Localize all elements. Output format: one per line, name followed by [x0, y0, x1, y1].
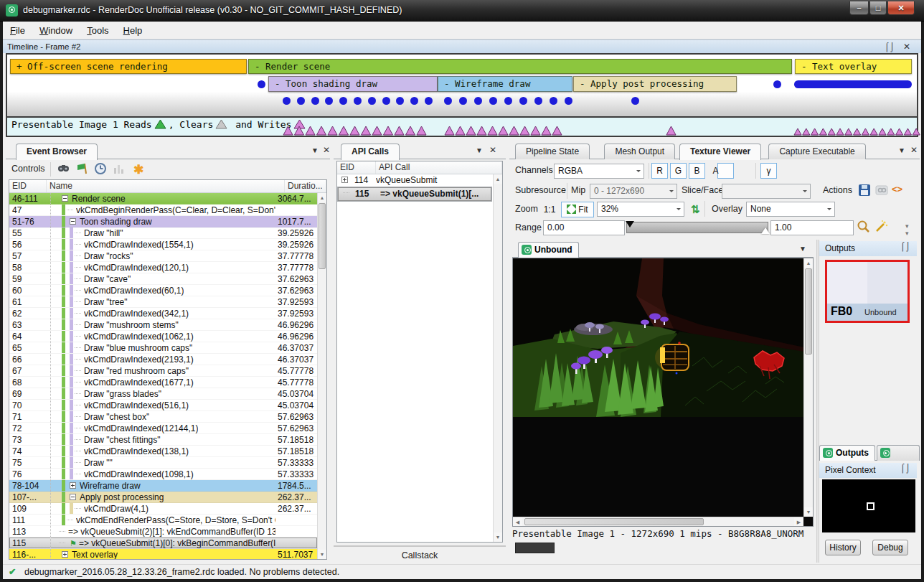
event-row[interactable]: 51-76Toon shading draw1017.7...	[9, 216, 317, 227]
draw-event-dot[interactable]	[773, 80, 781, 88]
draw-event-dot[interactable]	[396, 97, 404, 105]
event-row[interactable]: 116-...Text overlay511.7037	[9, 549, 317, 559]
tab-unbound-texture[interactable]: Unbound	[518, 242, 579, 258]
event-row[interactable]: 109vkCmdDraw(4,1)262.37...	[9, 503, 317, 515]
tab-inputs[interactable]: Inputs	[877, 445, 920, 461]
chevron-down-icon[interactable]: ▼	[310, 146, 320, 154]
collapse-icon[interactable]	[62, 195, 68, 202]
draw-event-dot[interactable]	[504, 97, 512, 105]
draw-event-dot[interactable]	[519, 97, 527, 105]
menu-window[interactable]: Window	[32, 22, 80, 39]
timeline-marker-bar[interactable]: - Toon shading draw	[268, 76, 438, 92]
event-row[interactable]: 70vkCmdDrawIndexed(516,1)45.03704	[9, 400, 317, 411]
pin-icon[interactable]: ⌠⌡	[900, 241, 911, 252]
event-row[interactable]: 74vkCmdDrawIndexed(138,1)57.18518	[9, 446, 317, 457]
draw-event-dot[interactable]	[354, 97, 362, 105]
scrollbar-thumb[interactable]	[524, 518, 704, 525]
event-row[interactable]: 73Draw "chest fittings"57.18518	[9, 434, 317, 446]
event-row[interactable]: 65Draw "blue mushroom caps"46.37037	[9, 342, 317, 354]
draw-event-dot[interactable]	[410, 97, 418, 105]
scroll-up-icon[interactable]: ▲	[494, 174, 502, 184]
event-row[interactable]: 76vkCmdDrawIndexed(1098,1)57.33333	[9, 469, 317, 480]
collapse-icon[interactable]	[70, 218, 76, 225]
checker-button[interactable]	[736, 163, 753, 179]
chevron-down-icon[interactable]: ▼	[474, 146, 484, 154]
tab-capture-executable[interactable]: Capture Executable	[768, 144, 865, 159]
maximize-button[interactable]: □	[869, 1, 887, 15]
draw-event-dot[interactable]	[631, 97, 639, 105]
find-icon[interactable]	[56, 162, 70, 177]
callstack-section[interactable]: Callstack	[334, 545, 506, 563]
expand-icon[interactable]	[62, 551, 68, 558]
draw-event-dot[interactable]	[297, 97, 305, 105]
range-max-input[interactable]: 1.00	[770, 220, 854, 235]
event-table-scrollbar[interactable]: ▲ ▼	[317, 193, 326, 559]
save-icon[interactable]	[858, 184, 871, 200]
event-row[interactable]: 107-...Apply post processing262.37...	[9, 492, 317, 503]
tab-pipeline-state[interactable]: Pipeline State	[515, 144, 590, 159]
range-white-handle[interactable]	[761, 227, 770, 234]
event-row[interactable]: 60vkCmdDrawIndexed(60,1)37.62963	[9, 285, 317, 296]
scroll-down-icon[interactable]: ▼	[318, 550, 326, 559]
scroll-right-icon[interactable]: ▶	[794, 517, 803, 526]
channels-select[interactable]: RGBA	[554, 164, 644, 179]
range-slider[interactable]	[626, 222, 768, 233]
chevron-down-icon[interactable]: ▼	[897, 146, 907, 154]
texture-hscrollbar[interactable]: ◀ ▶	[513, 517, 803, 526]
event-row[interactable]: 71Draw "chest box"57.62963	[9, 411, 317, 423]
event-row[interactable]: 58vkCmdDrawIndexed(120,1)37.77778	[9, 262, 317, 273]
scroll-down-icon[interactable]: ▼	[804, 507, 813, 517]
expand-icon[interactable]	[341, 177, 348, 183]
code-icon[interactable]: <>	[892, 184, 902, 194]
gamma-button[interactable]: γ	[760, 163, 777, 179]
channel-a-button[interactable]: A	[707, 163, 724, 179]
close-button[interactable]: ✕	[887, 1, 915, 15]
timeline-marker-bar[interactable]: - Wireframe draw	[438, 76, 572, 92]
timeline-panel-header[interactable]: Timeline - Frame #2 ⌠⌡ ✕	[3, 39, 921, 53]
event-row[interactable]: 67Draw "red mushroom caps"45.77778	[9, 365, 317, 377]
scroll-down-icon[interactable]: ▼	[494, 532, 502, 542]
draw-event-dot[interactable]	[325, 97, 333, 105]
draw-event-dot[interactable]	[534, 97, 542, 105]
autofit-magnifier-icon[interactable]	[857, 220, 871, 237]
bookmark-flag-icon[interactable]	[75, 162, 90, 177]
event-row[interactable]: 69Draw "grass blades"45.03704	[9, 388, 317, 400]
column-header-name[interactable]: Name	[47, 180, 285, 192]
draw-event-dot[interactable]	[489, 97, 497, 105]
overlay-select[interactable]: None	[746, 202, 835, 217]
tab-api-calls[interactable]: API Calls	[341, 144, 400, 160]
close-icon[interactable]: ✕	[901, 42, 913, 52]
timeline-marker-bar[interactable]: + Off-screen scene rendering	[10, 59, 247, 74]
tab-outputs[interactable]: Outputs	[819, 445, 875, 461]
options-icon[interactable]: ✱	[131, 162, 146, 177]
draw-event-dot[interactable]	[550, 97, 557, 105]
draw-event-dot[interactable]	[425, 97, 433, 105]
pin-icon[interactable]: ⌠⌡	[900, 463, 911, 474]
texture-vscrollbar[interactable]: ▲ ▼	[803, 258, 813, 517]
scrollbar-thumb[interactable]	[805, 268, 812, 355]
draw-event-dot[interactable]	[368, 97, 376, 105]
api-call-row[interactable]: 115=> vkQueueSubmit(1)[...	[337, 187, 492, 202]
event-row[interactable]: 111vkCmdEndRenderPass(C=Store, D=Store, …	[9, 515, 317, 526]
current-event-pill[interactable]	[794, 80, 912, 88]
draw-event-dot[interactable]	[311, 97, 319, 105]
title-bar[interactable]: debugmarker.rdc - RenderDoc Unofficial r…	[0, 0, 924, 22]
zoom-fit-button[interactable]: Fit	[561, 202, 594, 217]
draw-event-dot[interactable]	[258, 80, 265, 88]
channel-r-button[interactable]: R	[651, 163, 668, 179]
event-row[interactable]: 72vkCmdDrawIndexed(12144,1)57.62963	[9, 423, 317, 434]
event-row[interactable]: 113=> vkQueueSubmit(2)[1]: vkEndCommandB…	[9, 526, 317, 538]
draw-event-dot[interactable]	[382, 97, 390, 105]
scroll-up-icon[interactable]: ▲	[318, 193, 326, 202]
draw-event-dot[interactable]	[565, 97, 572, 105]
draw-event-dot[interactable]	[459, 97, 467, 105]
api-call-row[interactable]: 114vkQueueSubmit	[337, 174, 493, 187]
zoom-select[interactable]: 32%	[597, 202, 684, 217]
texture-display[interactable]: ▲ ▼ ◀ ▶	[512, 258, 814, 527]
tab-mesh-output[interactable]: Mesh Output	[604, 144, 675, 159]
timeline-marker-bar[interactable]: - Apply post processing	[573, 76, 737, 92]
channel-b-button[interactable]: B	[689, 163, 705, 179]
scroll-left-icon[interactable]: ◀	[513, 517, 522, 526]
fb0-thumbnail[interactable]: FB0 Unbound	[825, 260, 910, 323]
slice-face-select[interactable]	[722, 184, 811, 199]
